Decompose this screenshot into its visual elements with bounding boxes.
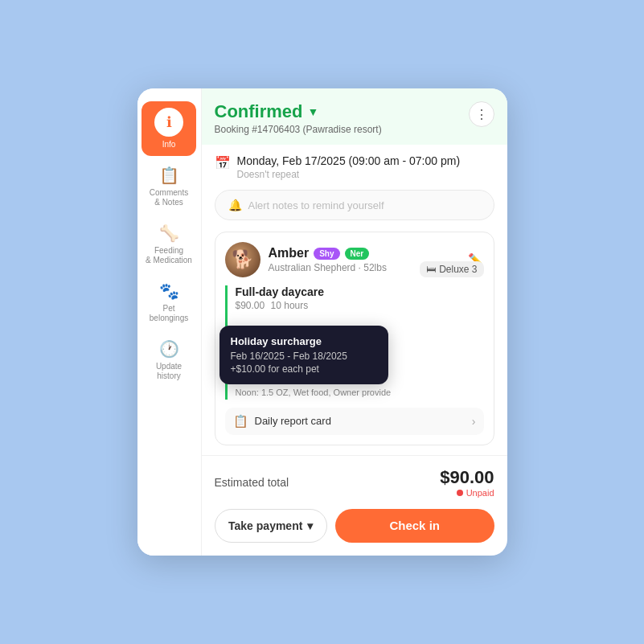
more-options-button[interactable]: ⋮ xyxy=(469,101,494,127)
sidebar-item-update-history[interactable]: 🕐 Updatehistory xyxy=(142,333,196,388)
bed-icon: 🛏 xyxy=(426,264,436,275)
sidebar-item-pet-belongings[interactable]: 🐾 Petbelongings xyxy=(142,275,196,330)
tooltip-title: Holiday surcharge xyxy=(231,335,377,347)
booking-modal: ℹ Info 📋 Comments& Notes 🦴 Feeding& Medi… xyxy=(137,88,507,556)
status-label: Confirmed xyxy=(215,101,303,122)
take-payment-button[interactable]: Take payment ▾ xyxy=(215,509,327,543)
alert-input-field[interactable]: 🔔 Alert notes to remind yourself xyxy=(215,190,494,220)
main-content: Confirmed ▼ Booking #14706403 (Pawradise… xyxy=(202,88,507,556)
estimated-label: Estimated total xyxy=(215,476,289,489)
feeding-icon: 🦴 xyxy=(159,224,179,243)
status-chevron-icon[interactable]: ▼ xyxy=(308,105,319,118)
sidebar: ℹ Info 📋 Comments& Notes 🦴 Feeding& Medi… xyxy=(137,88,202,556)
report-chevron-icon: › xyxy=(472,415,476,428)
booking-info: Booking #14706403 (Pawradise resort) xyxy=(215,124,382,135)
report-icon: 📋 xyxy=(233,414,248,429)
sidebar-item-info[interactable]: ℹ Info xyxy=(142,101,196,156)
booking-header: Confirmed ▼ Booking #14706403 (Pawradise… xyxy=(202,88,507,145)
comments-icon: 📋 xyxy=(159,166,179,185)
calendar-icon: 📅 xyxy=(215,155,231,170)
pet-avatar: 🐕 xyxy=(225,242,260,277)
pet-badge-shy: Shy xyxy=(314,248,339,260)
pet-card: 🐕 Amber Shy Ner Australian Shepherd · 52… xyxy=(215,232,494,445)
actions-row: Take payment ▾ Check in xyxy=(202,502,507,556)
estimated-amount: $90.00 xyxy=(440,467,494,488)
tooltip-date: Feb 16/2025 - Feb 18/2025 xyxy=(231,351,377,362)
bell-icon: 🔔 xyxy=(228,199,242,211)
unpaid-badge: Unpaid xyxy=(457,488,494,498)
update-history-icon: 🕐 xyxy=(159,339,179,359)
pet-badge-ner: Ner xyxy=(345,248,370,260)
service-section: Full-day daycare $90.00 10 hours 🛏 Delux… xyxy=(225,285,484,400)
sidebar-item-feeding[interactable]: 🦴 Feeding& Medication xyxy=(142,217,196,272)
estimated-total-row: Estimated total $90.00 Unpaid xyxy=(202,455,507,502)
pet-name: Amber xyxy=(269,246,310,260)
daily-report-row[interactable]: 📋 Daily report card › xyxy=(225,408,484,435)
sidebar-item-comments[interactable]: 📋 Comments& Notes xyxy=(142,159,196,214)
date-row: 📅 Monday, Feb 17/2025 (09:00 am - 07:00 … xyxy=(215,154,494,180)
suite-badge: 🛏 Deluxe 3 xyxy=(420,261,483,277)
pet-belongings-icon: 🐾 xyxy=(159,281,179,301)
payment-chevron-icon: ▾ xyxy=(307,519,313,532)
alert-placeholder: Alert notes to remind yourself xyxy=(248,199,384,211)
daily-report-label: Daily report card xyxy=(255,415,331,427)
tooltip-amount: +$10.00 for each pet xyxy=(231,363,377,375)
unpaid-dot-icon xyxy=(457,490,463,496)
date-text: Monday, Feb 17/2025 (09:00 am - 07:00 pm… xyxy=(237,154,461,167)
check-in-button[interactable]: Check in xyxy=(335,509,494,543)
holiday-surcharge-tooltip: Holiday surcharge Feb 16/2025 - Feb 18/2… xyxy=(219,326,388,384)
info-icon: ℹ xyxy=(154,108,183,137)
service-name: Full-day daycare xyxy=(236,285,325,298)
repeat-text: Doesn't repeat xyxy=(237,169,461,180)
content-body: 📅 Monday, Feb 17/2025 (09:00 am - 07:00 … xyxy=(202,145,507,455)
service-detail: $90.00 10 hours xyxy=(236,300,325,311)
